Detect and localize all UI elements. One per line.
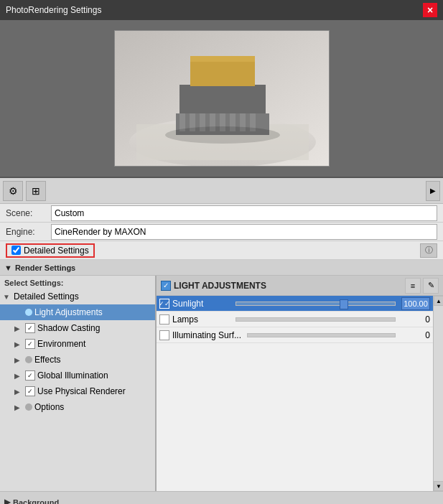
scroll-track xyxy=(434,306,443,481)
tree-item-global-illum[interactable]: ▶ Global Illumination xyxy=(0,368,155,383)
grid-icon: ⊞ xyxy=(32,185,40,197)
toolbar-arrow-button[interactable]: ▶ xyxy=(426,181,440,201)
select-settings-label: Select Settings: xyxy=(0,276,155,289)
sunlight-slider-thumb[interactable] xyxy=(340,299,348,309)
list-view-button[interactable]: ≡ xyxy=(405,278,421,294)
grid-button[interactable]: ⊞ xyxy=(26,181,46,201)
tree-dot-options xyxy=(25,403,32,411)
lamps-value: 0 xyxy=(401,314,430,325)
svg-point-15 xyxy=(165,126,280,144)
list-icon: ≡ xyxy=(411,281,415,290)
left-panel: Select Settings: ▼ Detailed Settings Lig… xyxy=(0,276,157,491)
sunlight-slider-track[interactable] xyxy=(236,302,396,306)
scene-label: Scene: xyxy=(6,208,45,218)
header-icons: ≡ ✎ xyxy=(405,278,439,294)
edit-button[interactable]: ✎ xyxy=(423,278,439,294)
scroll-up-button[interactable]: ▲ xyxy=(434,296,443,306)
tree-arrow-effects: ▶ xyxy=(14,356,23,364)
main-content: Select Settings: ▼ Detailed Settings Lig… xyxy=(0,276,443,491)
tree-checkbox-global[interactable] xyxy=(25,370,35,381)
light-adj-title: LIGHT ADJUSTMENTS xyxy=(174,281,402,291)
background-section[interactable]: ▶ Background xyxy=(0,491,443,504)
tree-label-light: Light Adjustments xyxy=(34,307,103,317)
tree-arrow-physical: ▶ xyxy=(14,388,23,396)
sunlight-value: 100.00 xyxy=(401,297,430,310)
sunlight-checkbox[interactable]: ✓ xyxy=(159,299,169,309)
engine-select[interactable]: CineRender by MAXON Basic xyxy=(51,224,437,240)
scene-select[interactable]: Custom Interior Exterior xyxy=(51,205,437,221)
tree-checkbox-shadow[interactable] xyxy=(25,323,35,333)
tree-label-global: Global Illumination xyxy=(37,370,108,381)
right-panel: ✓ LIGHT ADJUSTMENTS ≡ ✎ ✓ xyxy=(157,276,443,491)
title-bar: PhotoRendering Settings × xyxy=(0,0,443,20)
tree-label-physical: Use Physical Renderer xyxy=(37,386,126,396)
light-row-sunlight[interactable]: ✓ Sunlight 100.00 xyxy=(157,296,433,312)
tree-checkbox-physical[interactable] xyxy=(25,386,35,396)
svg-rect-12 xyxy=(179,85,266,113)
tree-arrow-global: ▶ xyxy=(14,372,23,380)
tree-item-light-adjustments[interactable]: Light Adjustments xyxy=(0,304,155,320)
engine-row: Engine: CineRender by MAXON Basic xyxy=(0,223,443,241)
light-row-illuminating[interactable]: Illuminating Surf... 0 xyxy=(157,327,433,343)
arrow-right-icon: ▶ xyxy=(430,187,436,195)
tree-item-options[interactable]: ▶ Options xyxy=(0,399,155,415)
svg-rect-14 xyxy=(190,56,255,62)
light-list: ✓ Sunlight 100.00 Lamps 0 xyxy=(157,296,433,491)
gear-button[interactable]: ⚙ xyxy=(3,181,23,201)
tree-arrow-environment: ▶ xyxy=(14,340,23,348)
sunlight-label: Sunlight xyxy=(172,299,230,309)
tree-item-environment[interactable]: ▶ Environment xyxy=(0,336,155,352)
edit-icon: ✎ xyxy=(428,281,434,290)
scene-row: Scene: Custom Interior Exterior xyxy=(0,204,443,223)
window-title: PhotoRendering Settings xyxy=(6,5,101,15)
tree-item-effects[interactable]: ▶ Effects xyxy=(0,352,155,368)
lamps-checkbox[interactable] xyxy=(159,314,169,325)
tree-item-shadow[interactable]: ▶ Shadow Casting xyxy=(0,320,155,336)
render-settings-header[interactable]: ▼ Render Settings xyxy=(0,260,443,276)
render-settings-title: Render Settings xyxy=(15,263,75,272)
detailed-settings-label: Detailed Settings xyxy=(24,246,89,256)
light-row-lamps[interactable]: Lamps 0 xyxy=(157,312,433,327)
background-label: Background xyxy=(13,498,59,505)
tree-label-shadow: Shadow Casting xyxy=(37,323,100,333)
tree-item-detailed[interactable]: ▼ Detailed Settings xyxy=(0,289,155,304)
render-preview xyxy=(114,30,330,167)
toolbar-row: ⚙ ⊞ ▶ xyxy=(0,178,443,204)
illuminating-checkbox[interactable] xyxy=(159,330,169,340)
lamps-slider-track[interactable] xyxy=(236,317,396,322)
illuminating-slider-track[interactable] xyxy=(247,333,396,337)
detailed-settings-row: Detailed Settings ⓘ xyxy=(0,241,443,260)
background-collapse-icon: ▶ xyxy=(4,498,10,504)
detailed-settings-checkbox[interactable] xyxy=(11,246,21,255)
right-panel-scrollbar[interactable]: ▲ ▼ xyxy=(433,296,443,491)
tree-label-effects: Effects xyxy=(34,355,60,365)
tree-label-options: Options xyxy=(34,402,64,412)
render-settings-collapse-icon: ▼ xyxy=(4,263,12,272)
illuminating-value: 0 xyxy=(401,330,430,340)
lamps-label: Lamps xyxy=(172,314,230,325)
tree-dot-effects xyxy=(25,356,32,363)
scroll-down-button[interactable]: ▼ xyxy=(434,481,443,491)
illuminating-label: Illuminating Surf... xyxy=(172,330,241,340)
tree-label-environment: Environment xyxy=(37,339,85,349)
gear-icon: ⚙ xyxy=(9,185,18,197)
detailed-checkbox-area: Detailed Settings xyxy=(6,243,95,258)
light-list-container: ✓ Sunlight 100.00 Lamps 0 xyxy=(157,296,443,491)
light-adj-checkbox[interactable]: ✓ xyxy=(161,281,171,291)
tree-dot-light xyxy=(25,309,32,316)
tree-arrow-shadow: ▶ xyxy=(14,325,23,332)
tree-checkbox-environment[interactable] xyxy=(25,339,35,349)
light-adj-header: ✓ LIGHT ADJUSTMENTS ≡ ✎ xyxy=(157,276,443,296)
engine-label: Engine: xyxy=(6,227,45,237)
tree-arrow-detailed: ▼ xyxy=(3,293,11,301)
close-button[interactable]: × xyxy=(423,3,437,17)
preview-area xyxy=(0,20,443,178)
tree-item-physical[interactable]: ▶ Use Physical Renderer xyxy=(0,383,155,399)
tree-arrow-options: ▶ xyxy=(14,403,23,411)
info-button[interactable]: ⓘ xyxy=(420,243,437,258)
tree-label-detailed: Detailed Settings xyxy=(14,291,79,302)
